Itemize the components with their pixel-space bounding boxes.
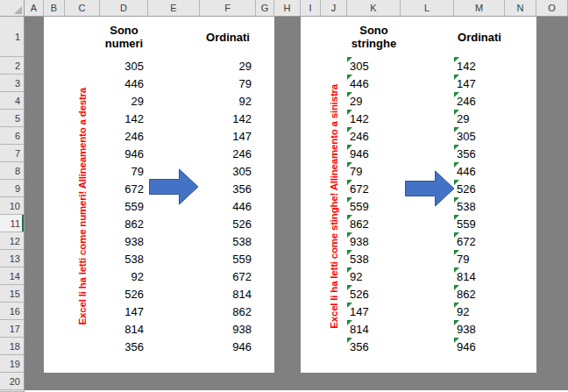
cell-I17[interactable] bbox=[301, 320, 322, 339]
cell-C19[interactable] bbox=[65, 355, 101, 374]
cell-N1[interactable] bbox=[505, 17, 537, 58]
cell-B7[interactable] bbox=[44, 145, 66, 163]
cell-E2[interactable] bbox=[148, 57, 201, 75]
col-header-C[interactable]: C bbox=[65, 0, 100, 17]
col-header-L[interactable]: L bbox=[401, 0, 454, 17]
row-header-1[interactable]: 1 bbox=[0, 17, 25, 57]
cell-F2[interactable]: 29 bbox=[200, 57, 257, 75]
cell-B12[interactable] bbox=[44, 232, 66, 251]
cell-B5[interactable] bbox=[44, 110, 66, 128]
cell-K2[interactable]: 305 bbox=[347, 57, 401, 75]
cell-K1[interactable]: Sono stringhe bbox=[347, 17, 401, 58]
cell-L15[interactable] bbox=[401, 285, 455, 303]
cell-K7[interactable]: 946 bbox=[347, 145, 401, 163]
cell-B8[interactable] bbox=[44, 162, 66, 181]
cell-D19[interactable] bbox=[100, 355, 149, 374]
cell-I13[interactable] bbox=[301, 250, 322, 268]
cell-L4[interactable] bbox=[401, 92, 455, 110]
cell-N16[interactable] bbox=[505, 303, 537, 321]
cell-B14[interactable] bbox=[44, 267, 66, 286]
col-header-J[interactable]: J bbox=[321, 0, 347, 17]
cell-L1[interactable] bbox=[401, 17, 455, 58]
cell-K13[interactable]: 538 bbox=[347, 250, 401, 268]
cell-F12[interactable]: 538 bbox=[200, 232, 257, 251]
row-header-18[interactable]: 18 bbox=[0, 338, 25, 355]
cell-G17[interactable] bbox=[256, 320, 275, 339]
cell-M8[interactable]: 446 bbox=[454, 162, 506, 181]
cell-M16[interactable]: 92 bbox=[454, 303, 506, 321]
cell-I11[interactable] bbox=[301, 215, 322, 233]
cell-D9[interactable]: 672 bbox=[100, 180, 149, 198]
row-header-10[interactable]: 10 bbox=[0, 197, 25, 215]
cell-K12[interactable]: 938 bbox=[347, 232, 401, 251]
cell-D12[interactable]: 938 bbox=[100, 232, 149, 251]
cell-M1[interactable]: Ordinati bbox=[454, 17, 506, 58]
cell-E18[interactable] bbox=[148, 338, 201, 356]
cell-N8[interactable] bbox=[505, 162, 537, 181]
cell-G7[interactable] bbox=[256, 145, 275, 163]
cell-B18[interactable] bbox=[44, 338, 66, 356]
cell-D6[interactable]: 246 bbox=[100, 127, 149, 146]
cell-B19[interactable] bbox=[44, 355, 66, 374]
cell-F10[interactable]: 446 bbox=[200, 197, 257, 216]
cell-F5[interactable]: 142 bbox=[200, 110, 257, 128]
cell-N4[interactable] bbox=[505, 92, 537, 110]
cell-N10[interactable] bbox=[505, 197, 537, 216]
cell-D14[interactable]: 92 bbox=[100, 267, 149, 286]
row-header-7[interactable]: 7 bbox=[0, 145, 25, 162]
note-cell-numbers[interactable]: Excel li ha letti come numeri! Allineame… bbox=[65, 57, 100, 355]
cell-N9[interactable] bbox=[505, 180, 537, 198]
col-header-M[interactable]: M bbox=[454, 0, 505, 17]
row-header-3[interactable]: 3 bbox=[0, 75, 25, 92]
cell-F7[interactable]: 246 bbox=[200, 145, 257, 163]
cell-I6[interactable] bbox=[301, 127, 322, 146]
cell-E12[interactable] bbox=[148, 232, 201, 251]
cell-G6[interactable] bbox=[256, 127, 275, 146]
cell-K4[interactable]: 29 bbox=[347, 92, 401, 110]
cell-E17[interactable] bbox=[148, 320, 201, 339]
cell-D18[interactable]: 356 bbox=[100, 338, 149, 356]
cell-L2[interactable] bbox=[401, 57, 455, 75]
cell-M12[interactable]: 672 bbox=[454, 232, 506, 251]
cell-D17[interactable]: 814 bbox=[100, 320, 149, 339]
cell-F18[interactable]: 946 bbox=[200, 338, 257, 356]
col-header-E[interactable]: E bbox=[148, 0, 200, 17]
cell-F3[interactable]: 79 bbox=[200, 75, 257, 93]
col-header-G[interactable]: G bbox=[256, 0, 274, 17]
cell-E13[interactable] bbox=[148, 250, 201, 268]
cell-L7[interactable] bbox=[401, 145, 455, 163]
cell-N12[interactable] bbox=[505, 232, 537, 251]
cell-F17[interactable]: 938 bbox=[200, 320, 257, 339]
cell-M19[interactable] bbox=[454, 355, 506, 374]
cell-D1[interactable]: Sono numeri bbox=[100, 17, 149, 58]
cell-I19[interactable] bbox=[301, 355, 322, 374]
cell-I1[interactable] bbox=[301, 17, 322, 58]
cell-L14[interactable] bbox=[401, 267, 455, 286]
cell-G11[interactable] bbox=[256, 215, 275, 233]
cell-E1[interactable] bbox=[148, 17, 201, 58]
row-header-8[interactable]: 8 bbox=[0, 162, 25, 180]
cell-G16[interactable] bbox=[256, 303, 275, 321]
cell-B16[interactable] bbox=[44, 303, 66, 321]
row-header-4[interactable]: 4 bbox=[0, 92, 25, 110]
cell-F19[interactable] bbox=[200, 355, 257, 374]
cell-G5[interactable] bbox=[256, 110, 275, 128]
row-header-9[interactable]: 9 bbox=[0, 180, 25, 197]
cell-L19[interactable] bbox=[401, 355, 455, 374]
cell-N3[interactable] bbox=[505, 75, 537, 93]
cell-M6[interactable]: 305 bbox=[454, 127, 506, 146]
cell-B10[interactable] bbox=[44, 197, 66, 216]
cell-B2[interactable] bbox=[44, 57, 66, 75]
cell-E16[interactable] bbox=[148, 303, 201, 321]
block-arrow-right-icon[interactable] bbox=[405, 170, 455, 207]
cell-L5[interactable] bbox=[401, 110, 455, 128]
row-header-19[interactable]: 19 bbox=[0, 355, 25, 373]
cell-B6[interactable] bbox=[44, 127, 66, 146]
row-header-15[interactable]: 15 bbox=[0, 285, 25, 303]
block-arrow-right-icon[interactable] bbox=[149, 168, 199, 205]
cell-I3[interactable] bbox=[301, 75, 322, 93]
cell-L13[interactable] bbox=[401, 250, 455, 268]
cell-I5[interactable] bbox=[301, 110, 322, 128]
cell-L3[interactable] bbox=[401, 75, 455, 93]
cell-D4[interactable]: 29 bbox=[100, 92, 149, 110]
